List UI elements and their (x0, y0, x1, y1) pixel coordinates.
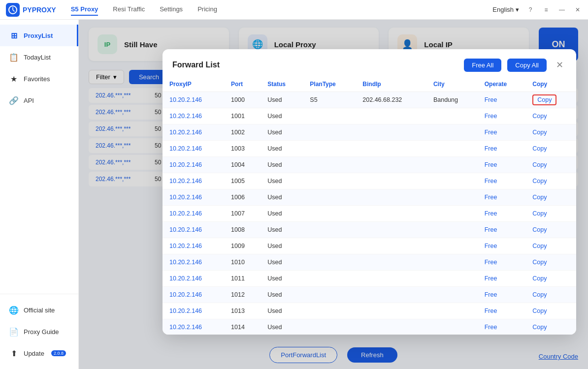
cell-status: Used (261, 141, 303, 157)
cell-ip: 10.20.2.146 (163, 157, 224, 173)
cell-copy[interactable]: Copy (525, 287, 576, 303)
copy-button-highlighted[interactable]: Copy (532, 94, 556, 105)
cell-port: 1007 (224, 206, 261, 222)
copy-button[interactable]: Copy (532, 194, 547, 201)
grid-icon: ⊞ (9, 31, 19, 40)
cell-copy[interactable]: Copy (525, 222, 576, 238)
cell-city (426, 108, 478, 124)
forward-table: ProxyIP Port Status PlanType BindIp City… (163, 77, 576, 335)
cell-status: Used (261, 222, 303, 238)
free-button[interactable]: Free (478, 92, 526, 108)
cell-copy[interactable]: Copy (525, 141, 576, 157)
update-icon: ⬆ (9, 348, 19, 358)
sidebar-item-label: Official site (24, 307, 55, 314)
cell-plan (303, 303, 356, 319)
copy-button[interactable]: Copy (532, 308, 547, 314)
copy-button[interactable]: Copy (532, 291, 547, 298)
cell-copy[interactable]: Copy (525, 303, 576, 319)
cell-city (426, 157, 478, 173)
cell-copy[interactable]: Copy (525, 189, 576, 206)
sidebar-item-label: TodayList (24, 54, 51, 61)
sidebar: ⊞ ProxyList 📋 TodayList ★ Favorites 🔗 AP… (0, 20, 79, 369)
cell-copy[interactable]: Copy (525, 254, 576, 271)
chevron-down-icon: ▾ (516, 6, 519, 13)
cell-copy[interactable]: Copy (525, 173, 576, 189)
cell-copy[interactable]: Copy (525, 124, 576, 141)
copy-button[interactable]: Copy (532, 226, 547, 233)
copy-button[interactable]: Copy (532, 113, 547, 120)
free-button[interactable]: Free (478, 124, 526, 141)
col-city: City (426, 77, 478, 92)
free-button[interactable]: Free (478, 319, 526, 335)
sidebar-item-favorites[interactable]: ★ Favorites (0, 68, 78, 90)
cell-plan (303, 173, 356, 189)
sidebar-item-proxy-guide[interactable]: 📄 Proxy Guide (0, 321, 78, 342)
cell-city (426, 222, 478, 238)
cell-copy[interactable]: Copy (525, 271, 576, 287)
cell-copy[interactable]: Copy (525, 92, 576, 108)
copy-button[interactable]: Copy (532, 324, 547, 331)
nav-tab-resi[interactable]: Resi Traffic (113, 3, 145, 16)
cell-copy[interactable]: Copy (525, 206, 576, 222)
table-row: 10.20.2.146 1008 Used Free Copy (163, 222, 576, 238)
cell-bind-ip (356, 124, 426, 141)
cell-ip: 10.20.2.146 (163, 303, 224, 319)
table-row: 10.20.2.146 1013 Used Free Copy (163, 303, 576, 319)
free-all-button[interactable]: Free All (464, 59, 501, 72)
cell-copy[interactable]: Copy (525, 108, 576, 124)
nav-tab-settings[interactable]: Settings (160, 3, 183, 16)
help-button[interactable]: ? (526, 5, 535, 14)
copy-all-button[interactable]: Copy All (507, 59, 547, 72)
cell-copy[interactable]: Copy (525, 319, 576, 335)
free-button[interactable]: Free (478, 141, 526, 157)
cell-bind-ip (356, 189, 426, 206)
cell-copy[interactable]: Copy (525, 238, 576, 254)
modal-close-button[interactable]: ✕ (553, 58, 566, 72)
col-status: Status (261, 77, 303, 92)
logo: PYPROXY (6, 3, 56, 17)
sidebar-item-api[interactable]: 🔗 API (0, 90, 78, 111)
cell-plan (303, 222, 356, 238)
copy-button[interactable]: Copy (532, 129, 547, 136)
close-button[interactable]: ✕ (573, 5, 582, 14)
free-button[interactable]: Free (478, 206, 526, 222)
free-button[interactable]: Free (478, 271, 526, 287)
cell-city (426, 189, 478, 206)
cell-city (426, 141, 478, 157)
free-button[interactable]: Free (478, 287, 526, 303)
free-button[interactable]: Free (478, 189, 526, 206)
copy-button[interactable]: Copy (532, 275, 547, 282)
free-button[interactable]: Free (478, 303, 526, 319)
copy-button[interactable]: Copy (532, 210, 547, 217)
cell-copy[interactable]: Copy (525, 157, 576, 173)
cell-plan (303, 287, 356, 303)
free-button[interactable]: Free (478, 108, 526, 124)
free-button[interactable]: Free (478, 254, 526, 271)
language-selector[interactable]: English ▾ (492, 6, 519, 13)
copy-button[interactable]: Copy (532, 259, 547, 266)
cell-port: 1011 (224, 271, 261, 287)
col-port: Port (224, 77, 261, 92)
main-layout: ⊞ ProxyList 📋 TodayList ★ Favorites 🔗 AP… (0, 20, 588, 369)
copy-button[interactable]: Copy (532, 178, 547, 184)
nav-tab-s5proxy[interactable]: S5 Proxy (71, 3, 98, 16)
sidebar-item-update[interactable]: ⬆ Update 2.0.8 (0, 342, 78, 364)
free-button[interactable]: Free (478, 238, 526, 254)
nav-tab-pricing[interactable]: Pricing (197, 3, 217, 16)
menu-button[interactable]: ≡ (542, 5, 551, 14)
doc-icon: 📄 (9, 327, 19, 337)
free-button[interactable]: Free (478, 222, 526, 238)
cell-bind-ip (356, 173, 426, 189)
cell-city (426, 124, 478, 141)
free-button[interactable]: Free (478, 157, 526, 173)
copy-button[interactable]: Copy (532, 243, 547, 249)
copy-button[interactable]: Copy (532, 161, 547, 168)
free-button[interactable]: Free (478, 173, 526, 189)
cell-bind-ip: 202.46.68.232 (356, 92, 426, 108)
cell-plan (303, 141, 356, 157)
copy-button[interactable]: Copy (532, 145, 547, 152)
sidebar-item-official-site[interactable]: 🌐 Official site (0, 299, 78, 321)
sidebar-item-proxylist[interactable]: ⊞ ProxyList (0, 25, 78, 46)
minimize-button[interactable]: — (557, 5, 566, 14)
sidebar-item-todaylist[interactable]: 📋 TodayList (0, 46, 78, 68)
